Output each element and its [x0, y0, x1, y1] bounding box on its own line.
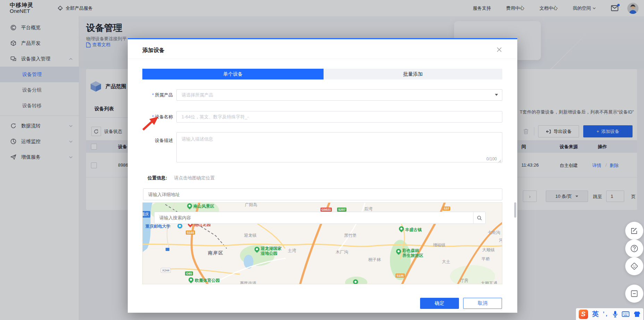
- map-label: 重庆邮电大学: [145, 224, 170, 229]
- ime-logo[interactable]: S: [579, 310, 588, 319]
- map-search-box: [154, 212, 486, 224]
- map-label: 迎龙镇: [244, 233, 257, 238]
- map-label: 惠民街道: [240, 281, 257, 284]
- ime-skin-icon[interactable]: [634, 311, 641, 317]
- map-marker-icon: [398, 225, 405, 232]
- map-label: 平桥: [482, 257, 490, 262]
- map-label: 大顺镇: [482, 248, 495, 253]
- modal-scrollbar[interactable]: [514, 202, 516, 218]
- map-marker-icon: [395, 248, 402, 255]
- road-badge: S207: [337, 208, 346, 212]
- road-badge: S105: [395, 273, 405, 278]
- ime-mic-icon[interactable]: [613, 311, 618, 318]
- map-marker-icon: [352, 278, 359, 284]
- robot-face-icon: [630, 262, 638, 270]
- map-label: 丰盛古镇: [405, 228, 422, 233]
- add-device-modal: 添加设备 单个设备 批量添加 *所属产品 *设备名称 设备描述: [128, 38, 517, 313]
- road-badge: G5021: [320, 208, 332, 212]
- question-icon: [630, 245, 638, 252]
- map-search-button[interactable]: [473, 212, 485, 224]
- required-mark: *: [152, 92, 154, 98]
- map-label: 桐子林: [368, 258, 381, 262]
- annotation-arrow-icon: [141, 115, 160, 131]
- map-label: 南岸区: [208, 251, 224, 256]
- map-marker-icon: [186, 202, 193, 209]
- metro-station-icon: [166, 248, 169, 251]
- device-name-input[interactable]: [176, 111, 502, 123]
- screen: 中移坤灵 OneNET 全部产品服务 服务支持 费用中心 文档中心 我的空间: [0, 0, 644, 320]
- form-row-product: *所属产品: [142, 89, 502, 101]
- modal-title: 添加设备: [142, 47, 165, 54]
- help-button[interactable]: [625, 239, 643, 258]
- location-hint: 请点击地图确定位置: [174, 175, 215, 181]
- ime-punctuation-toggle[interactable]: ’，: [603, 311, 609, 318]
- map-label: 迎龙湖国家湿地公园: [261, 246, 282, 256]
- confirm-button[interactable]: 确定: [420, 298, 459, 309]
- map-label: 七乾沟: [488, 230, 500, 235]
- product-select[interactable]: [176, 89, 502, 101]
- map-label: 土湾: [288, 249, 296, 253]
- map-label: 厅房: [460, 278, 468, 283]
- tab-single-device[interactable]: 单个设备: [142, 69, 324, 79]
- ime-keyboard-icon[interactable]: [622, 311, 629, 317]
- map-label: 后湾: [364, 207, 373, 212]
- map-marker-icon: [253, 246, 260, 253]
- ime-toolbar: S 英 ’，: [576, 308, 643, 320]
- device-desc-textarea[interactable]: [176, 132, 502, 162]
- location-map[interactable]: 南山风景区广阳岛后湾重庆邮电大学南山龙园迎龙镇黑竹堡丰盛古镇七乾沟南岸区迎龙湖国…: [142, 202, 502, 284]
- edit-icon: [631, 227, 638, 234]
- ime-language-toggle[interactable]: 英: [592, 310, 599, 319]
- collapse-button[interactable]: [625, 285, 643, 303]
- close-icon: [496, 47, 502, 52]
- map-marker-icon: [187, 276, 194, 283]
- modal-tabs: 单个设备 批量添加: [142, 69, 502, 79]
- modal-divider: [128, 59, 517, 59]
- location-label: 位置信息:: [148, 175, 167, 181]
- road-badge: S103: [186, 230, 195, 235]
- map-label: 大土: [442, 260, 450, 264]
- map-label: 增福镇: [433, 243, 445, 248]
- address-input[interactable]: [143, 188, 502, 200]
- map-label: 欧麓体育公园: [195, 278, 220, 283]
- map-label: 木厂沟: [336, 250, 348, 255]
- feedback-edit-button[interactable]: [625, 222, 643, 240]
- char-counter: 0/100: [486, 157, 497, 161]
- map-label: 彩色森林养生旅游区: [402, 249, 423, 258]
- device-desc-label: 设备描述: [142, 132, 173, 144]
- map-label: 广阳岛: [245, 203, 257, 208]
- road-badge: S37: [443, 207, 450, 211]
- map-label: 黑竹堡: [344, 233, 357, 238]
- location-row: 位置信息: 请点击地图确定位置: [148, 175, 215, 181]
- customer-service-button[interactable]: [625, 257, 643, 275]
- tab-batch-add[interactable]: 批量添加: [324, 69, 502, 79]
- product-label: *所属产品: [142, 92, 173, 98]
- modal-close-button[interactable]: [496, 47, 503, 53]
- map-label: 南山风景区: [193, 204, 214, 209]
- resize-handle-icon[interactable]: [498, 160, 501, 163]
- city-badge: 重庆: [142, 211, 150, 218]
- form-row-description: 设备描述 0/100: [142, 132, 502, 164]
- search-icon: [477, 216, 482, 220]
- map-label: 大顺互通: [481, 281, 497, 284]
- form-row-name: *设备名称: [142, 111, 502, 123]
- map-search-input[interactable]: [154, 212, 473, 224]
- road-badge: X244: [161, 268, 171, 273]
- minimize-icon: [631, 290, 638, 297]
- map-label: 河: [499, 238, 502, 243]
- road-badge: G65: [185, 271, 193, 276]
- cancel-button[interactable]: 取消: [463, 298, 502, 309]
